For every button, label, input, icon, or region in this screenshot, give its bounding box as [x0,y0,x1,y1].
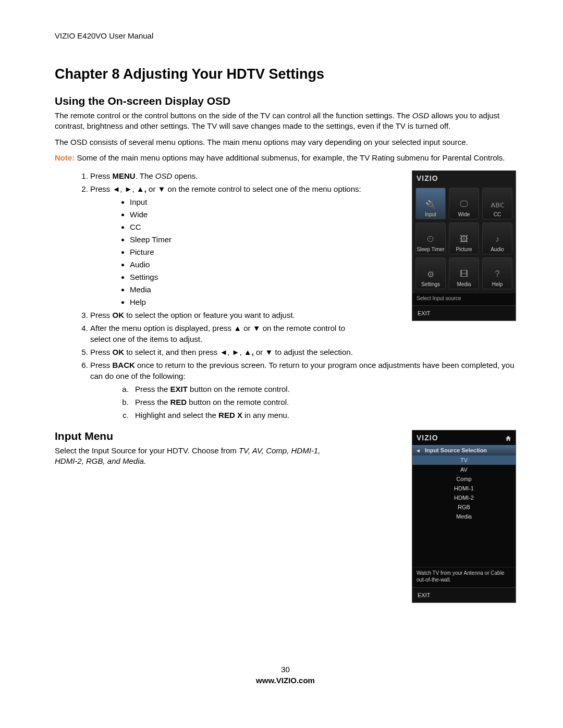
osd-status-text: Select Input source [412,293,516,305]
menu-option-item: CC [130,221,361,232]
osd-tile-sleep-timer[interactable]: ⏲Sleep Timer [415,223,446,254]
tile-label: Picture [456,246,472,252]
osd-tile-media[interactable]: 🎞Media [449,257,479,289]
tile-label: Media [457,281,471,287]
osd-tile-cc[interactable]: ᴀʙᴄCC [482,188,512,219]
osd-input-menu-figure: VIZIO ◄ Input Source Selection TVAVCompH… [412,430,516,603]
note-label: Note: [55,153,75,162]
input-item-comp[interactable]: Comp [412,474,516,484]
osd-exit-button[interactable]: EXIT [412,305,516,320]
osd-tile-settings[interactable]: ⚙Settings [415,257,446,289]
osd-brand: VIZIO [412,171,516,186]
osd2-hint: Watch TV from your Antenna or Cable out-… [412,567,516,587]
footer-url: www.VIZIO.com [55,676,516,685]
menu-option-item: Media [130,284,361,295]
menu-option-item: Picture [130,246,361,257]
step-2: Press ◄, ►, ▲, or ▼ on the remote contro… [90,183,361,307]
osd2-input-list: TVAVCompHDMI-1HDMI-2RGBMedia [412,455,516,521]
media-icon: 🎞 [457,268,471,280]
menu-option-item: Wide [130,209,361,220]
tile-label: CC [494,212,501,217]
step-1: Press MENU. The OSD opens. [90,170,361,181]
menu-options-list: InputWideCCSleep TimerPictureAudioSettin… [90,196,361,307]
page-number: 30 [55,665,516,674]
menu-option-item: Help [130,297,361,307]
back-triangle-icon: ◄ [415,448,421,453]
osd-main-menu-figure: VIZIO 🔌Input🖵WideᴀʙᴄCC⏲Sleep Timer🖼Pictu… [412,170,516,321]
osd-tile-input[interactable]: 🔌Input [415,188,446,219]
input-item-hdmi-1[interactable]: HDMI-1 [412,484,516,493]
plug-icon: 🔌 [424,199,437,210]
input-item-av[interactable]: AV [412,465,516,474]
input-menu-paragraph: Select the Input Source for your HDTV. C… [55,446,326,467]
tile-label: Sleep Timer [417,246,444,252]
tile-label: Help [492,281,503,287]
clock-icon: ⏲ [424,233,437,245]
osd2-brand: VIZIO [412,430,516,445]
menu-option-item: Settings [130,272,361,282]
sub-step-a: Press the EXIT button on the remote cont… [131,384,528,394]
tile-label: Input [425,212,436,217]
section-title-osd: Using the On-screen Display OSD [55,95,516,107]
tile-label: Wide [458,212,470,217]
doc-header: VIZIO E420VO User Manual [55,31,516,40]
osd-tile-help[interactable]: ?Help [482,257,512,289]
input-item-media[interactable]: Media [412,512,516,521]
input-item-hdmi-2[interactable]: HDMI-2 [412,493,516,502]
cc-icon: ᴀʙᴄ [491,199,504,210]
osd-menu-grid: 🔌Input🖵WideᴀʙᴄCC⏲Sleep Timer🖼Picture♪Aud… [412,186,516,293]
audio-icon: ♪ [491,233,504,245]
osd2-title-row[interactable]: ◄ Input Source Selection [412,445,516,455]
home-icon[interactable] [505,435,511,441]
menu-option-item: Sleep Timer [130,234,361,245]
tile-label: Audio [491,246,504,252]
paragraph-note: Note: Some of the main menu options may … [55,153,516,163]
chapter-title: Chapter 8 Adjusting Your HDTV Settings [55,66,516,82]
input-item-tv[interactable]: TV [412,455,516,465]
monitor-icon: 🖵 [457,199,471,210]
step-5: Press OK to select it, and then press ◄,… [90,347,528,357]
sub-step-b: Press the RED button on the remote contr… [131,397,528,408]
osd-tile-audio[interactable]: ♪Audio [482,223,512,254]
paragraph-intro-2: The OSD consists of several menu options… [55,137,516,147]
sub-steps: Press the EXIT button on the remote cont… [90,384,528,421]
input-item-rgb[interactable]: RGB [412,502,516,512]
step-4: After the menu option is displayed, pres… [90,323,361,344]
menu-option-item: Audio [130,259,361,270]
step-3: Press OK to select the option or feature… [90,310,361,320]
paragraph-intro-1: The remote control or the control button… [55,110,516,132]
sub-step-c: Highlight and select the RED X in any me… [131,410,528,421]
gear-icon: ⚙ [424,268,437,280]
picture-icon: 🖼 [457,233,471,245]
menu-option-item: Input [130,196,361,207]
osd2-exit-button[interactable]: EXIT [412,587,516,602]
osd-tile-picture[interactable]: 🖼Picture [449,223,479,254]
osd-tile-wide[interactable]: 🖵Wide [449,188,479,219]
step-6: Press BACK once to return to the previou… [90,360,528,421]
tile-label: Settings [421,281,440,287]
help-icon: ? [491,268,504,280]
page-footer: 30 www.VIZIO.com [55,665,516,685]
